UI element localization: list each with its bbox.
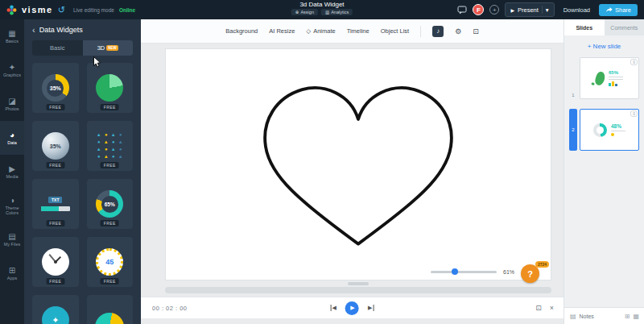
text-line [609, 77, 623, 77]
ai-resize-button[interactable]: AI Resize [269, 27, 295, 35]
grid-view-icon[interactable]: ⊞ [625, 313, 630, 320]
slide-thumbnail-1[interactable]: 0 65% [580, 57, 639, 99]
undo-icon[interactable]: ↺ [58, 5, 65, 15]
notes-label[interactable]: Notes [580, 314, 594, 319]
sidebar-item-theme-colors[interactable]: ◑ Theme Colors [0, 189, 24, 222]
analytics-icon: ▥ [325, 10, 329, 15]
analytics-button[interactable]: ▥Analytics [321, 9, 353, 15]
sidebar-item-apps[interactable]: ⊞ Apps [0, 256, 24, 290]
ai-resize-label: AI Resize [269, 27, 295, 35]
frame-icon[interactable]: ⊡ [473, 27, 479, 35]
view-toggles: ⊞ ▦ [625, 313, 639, 320]
brand-logo-text[interactable]: visme [22, 5, 53, 15]
panel-header: ‹ Data Widgets [24, 19, 141, 39]
background-button[interactable]: Background [225, 27, 258, 35]
play-button[interactable]: ▶ [345, 301, 359, 315]
close-icon[interactable]: × [550, 304, 554, 312]
gear-icon[interactable]: ⚙ [455, 27, 461, 35]
export-frame-icon[interactable]: ⊡ [535, 304, 542, 312]
present-button[interactable]: ▶ Present ▾ [505, 2, 554, 17]
top-bar: visme ↺ Live editing mode Online 3d Data… [0, 0, 644, 19]
zoom-slider[interactable] [431, 271, 497, 273]
skip-bar [373, 305, 374, 311]
comment-count-badge: 0 [630, 59, 638, 65]
timeline-button[interactable]: Timeline [347, 27, 369, 35]
present-label: Present [518, 6, 539, 14]
widget-shape-array[interactable]: ▲●▲● ●▲●▲ ▲●▲● ●▲●▲ FREE [87, 121, 134, 171]
sidebar-item-label: Basics [6, 39, 19, 44]
skip-forward-icon[interactable]: ▶ [368, 305, 374, 311]
mini-bar-chart [609, 81, 617, 86]
tab-slides[interactable]: Slides [564, 19, 605, 35]
widget-donut-gauge-teal[interactable]: 65% FREE [87, 179, 134, 229]
progress-bar-preview: TXT [41, 197, 70, 211]
widget-pie-chart[interactable]: FREE [87, 63, 134, 113]
sidebar-item-data[interactable]: ◕ Data [0, 121, 24, 155]
speedometer-preview [95, 313, 124, 324]
shape-array-preview: ▲●▲● ●▲●▲ ▲●▲● ●▲●▲ [95, 131, 124, 160]
chevron-down-icon[interactable]: ▾ [546, 6, 549, 14]
widget-donut-gauge[interactable]: 35% FREE [32, 63, 79, 113]
workspace: Background AI Resize ◇Animate Timeline O… [141, 19, 564, 324]
animate-button[interactable]: ◇Animate [306, 27, 335, 35]
tab-comments[interactable]: Comments [605, 19, 644, 35]
chat-icon[interactable] [457, 6, 467, 15]
comment-count-badge: 0 [630, 110, 638, 117]
widget-sphere-gauge[interactable]: 35% FREE [32, 121, 79, 171]
add-member-button[interactable]: + [489, 5, 499, 15]
slide-row-1: 1 0 65% [569, 57, 639, 99]
sidebar-item-media[interactable]: ▶ Media [0, 155, 24, 189]
slide-number-selected[interactable]: 2 [569, 109, 577, 151]
visme-logo-icon [6, 5, 17, 15]
divider [542, 6, 543, 14]
share-button[interactable]: Share [599, 4, 638, 16]
sidebar-item-label: Data [7, 140, 17, 145]
zoom-level: 61% [503, 269, 514, 275]
object-list-button[interactable]: Object List [381, 27, 409, 35]
slide1-stats: 65% [609, 70, 623, 86]
free-badge: FREE [101, 220, 119, 226]
sidebar-item-graphics[interactable]: ✦ Graphics [0, 53, 24, 87]
timeline-scrubber[interactable] [165, 287, 551, 293]
panel-title: Data Widgets [39, 26, 83, 34]
widget-speedometer[interactable] [87, 295, 134, 324]
new-slide-button[interactable]: + New slide [564, 35, 644, 56]
widget-compass[interactable]: ✦ [32, 295, 79, 324]
toolbar-divider [420, 26, 421, 37]
tab-basic[interactable]: Basic [32, 40, 83, 56]
slide-thumbnail-2-selected[interactable]: 0 48% [580, 109, 639, 151]
timecode: 00 : 02 : 00 [152, 305, 188, 312]
sidebar-item-my-files[interactable]: ▤ My Files [0, 222, 24, 256]
sidebar-item-basics[interactable]: ▦ Basics [0, 19, 24, 53]
widget-clock[interactable]: FREE [32, 237, 79, 287]
free-badge: FREE [46, 220, 64, 226]
back-chevron-icon[interactable]: ‹ [32, 25, 35, 35]
assign-button[interactable]: ⊕Assign [291, 9, 318, 15]
sidebar-item-photos[interactable]: ◪ Photos [0, 87, 24, 121]
folder-icon: ▤ [8, 232, 15, 241]
object-list-label: Object List [381, 27, 409, 35]
slide-number[interactable]: 1 [569, 57, 577, 99]
timeline-label: Timeline [347, 27, 369, 35]
doc-action-chips: ⊕Assign ▥Analytics [291, 9, 353, 15]
topbar-right: F + ▶ Present ▾ Download Share [457, 2, 638, 17]
download-button[interactable]: Download [560, 4, 593, 16]
skip-back-icon[interactable]: ◀ [330, 305, 336, 311]
widget-dotted-number[interactable]: 45 FREE [87, 237, 134, 287]
heart-shape[interactable] [233, 71, 483, 258]
palette-icon: ◑ [10, 196, 14, 205]
notes-bar: ▤ Notes ⊞ ▦ [564, 307, 644, 324]
list-view-icon[interactable]: ▦ [633, 313, 639, 320]
slide2-stats: 48% [611, 123, 625, 136]
widget-progress-bar[interactable]: TXT FREE [32, 179, 79, 229]
music-icon[interactable]: ♪ [432, 26, 444, 37]
avatar[interactable]: F [473, 4, 484, 15]
slide-canvas[interactable] [165, 48, 551, 280]
clock-preview [42, 248, 69, 276]
apps-icon: ⊞ [9, 266, 15, 275]
sidebar-item-label: Media [6, 174, 19, 179]
sidebar-item-label: Theme Colors [0, 206, 24, 215]
tab-3d[interactable]: 3D NEW [83, 40, 134, 56]
play-icon: ▶ [9, 164, 15, 173]
document-title[interactable]: 3d Data Widget [299, 1, 344, 8]
